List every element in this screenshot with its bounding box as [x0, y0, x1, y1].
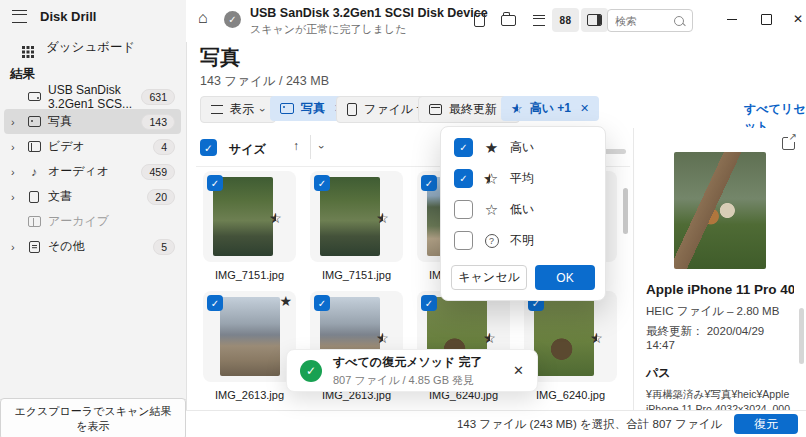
home-icon[interactable]: ⌂ — [198, 9, 208, 27]
rating-option[interactable]: 低い — [441, 194, 605, 225]
option-label: 低い — [510, 201, 534, 218]
thumbnail-frame — [310, 171, 403, 262]
option-checkbox[interactable] — [454, 169, 473, 188]
details-panel: Apple iPhone 11 Pro 4032... HEIC ファイル – … — [633, 128, 806, 410]
file-checkbox[interactable] — [421, 175, 437, 191]
search-box — [607, 9, 693, 32]
sidebar-item[interactable]: USB SanDisk 3.2Gen1 SCS... 631 — [4, 84, 181, 109]
option-star-icon — [483, 139, 500, 157]
category-icon — [26, 190, 42, 204]
thumbnail-frame — [203, 291, 296, 382]
sidebar-item-label: その他 — [48, 238, 85, 255]
view-options-button[interactable]: 表示 › — [200, 96, 276, 123]
sidebar-item[interactable]: › その他 5 — [4, 234, 181, 259]
grid-vertical-scrollbar[interactable] — [623, 188, 628, 234]
option-checkbox[interactable] — [454, 200, 473, 219]
chevron-down-icon: › — [257, 108, 269, 112]
disk-drill-window: Disk Drill ダッシュボード 結果 USB SanDisk 3.2Gen… — [0, 0, 806, 437]
folder-view-button[interactable] — [495, 8, 522, 32]
file-card[interactable]: IMG_7151.jpg — [303, 171, 410, 291]
sort-ascending-icon[interactable]: ↑ — [293, 139, 299, 153]
count-badge: 20 — [147, 189, 175, 205]
option-star-icon — [483, 201, 500, 219]
panel-vertical-scrollbar[interactable] — [799, 308, 804, 364]
rating-option[interactable]: 平均 — [441, 163, 605, 194]
show-in-explorer-button[interactable]: エクスプローラでスキャン結果を表示 — [0, 398, 186, 437]
filter-chip-rating[interactable]: 高い +1 ✕ — [501, 96, 599, 121]
document-view-button[interactable] — [466, 8, 493, 32]
sliders-icon — [211, 105, 223, 114]
detail-last-updated: 最終更新： 2020/04/29 14:47 — [646, 324, 794, 351]
sidebar-item-label: アーカイブ — [48, 213, 109, 230]
rating-star-icon[interactable] — [269, 209, 282, 227]
details-panel-toggle-button[interactable] — [581, 8, 608, 32]
remove-filter-icon[interactable]: ✕ — [580, 102, 589, 115]
header-bar: ⌂ ✓ USB SanDisk 3.2Gen1 SCSI Disk Device… — [186, 0, 806, 42]
sidebar-list: USB SanDisk 3.2Gen1 SCS... 631 › 写真 143 … — [4, 84, 181, 259]
option-checkbox[interactable] — [454, 231, 473, 250]
dropdown-buttons: キャンセル OK — [441, 256, 605, 290]
maximize-button[interactable] — [752, 6, 780, 32]
recover-button[interactable]: 復元 — [734, 414, 798, 434]
rating-option[interactable]: 高い — [441, 132, 605, 163]
count-badge: 143 — [141, 114, 175, 130]
search-input[interactable] — [608, 15, 674, 27]
category-icon — [26, 140, 42, 154]
rating-star-icon[interactable] — [279, 292, 292, 310]
rating-star-icon[interactable] — [590, 329, 603, 347]
sidebar-footer: エクスプローラでスキャン結果を表示 — [0, 399, 186, 437]
sort-column-label[interactable]: サイズ — [229, 141, 266, 158]
sort-chevron-down-icon[interactable]: › — [316, 145, 328, 149]
minimize-button[interactable] — [718, 6, 746, 32]
side-panel-icon — [587, 14, 602, 26]
cancel-button[interactable]: キャンセル — [451, 265, 527, 290]
count-badge: 4 — [153, 139, 175, 155]
ok-button[interactable]: OK — [535, 265, 595, 290]
device-title: USB SanDisk 3.2Gen1 SCSI Disk Device — [250, 6, 488, 20]
toast-subtitle: 807 ファイル / 4.85 GB 発見 — [333, 373, 483, 388]
category-icon — [26, 115, 42, 129]
file-name: IMG_7151.jpg — [303, 269, 410, 281]
file-checkbox[interactable] — [421, 295, 437, 311]
close-button[interactable] — [784, 6, 806, 32]
app-title: Disk Drill — [40, 9, 96, 24]
sidebar-item[interactable]: › 写真 143 — [4, 109, 181, 134]
path-label: パス — [646, 365, 794, 382]
option-label: 平均 — [510, 170, 534, 187]
sidebar-item[interactable]: › 文書 20 — [4, 184, 181, 209]
category-icon — [26, 215, 42, 229]
sidebar-item[interactable]: アーカイブ — [4, 209, 181, 234]
file-checkbox[interactable] — [207, 175, 223, 191]
file-checkbox[interactable] — [207, 295, 223, 311]
grid-icon: 88 — [559, 15, 571, 26]
rating-star-icon[interactable] — [376, 209, 389, 227]
option-checkbox[interactable] — [454, 138, 473, 157]
sidebar-item-label: オーディオ — [48, 163, 109, 180]
select-all-checkbox[interactable] — [200, 139, 217, 156]
option-label: 不明 — [510, 232, 534, 249]
file-thumbnail — [220, 297, 280, 376]
category-icon — [26, 90, 42, 104]
sidebar-item-dashboard[interactable]: ダッシュボード — [21, 39, 135, 56]
sidebar-item[interactable]: › オーディオ 459 — [4, 159, 181, 184]
rating-option[interactable]: 不明 — [441, 225, 605, 256]
page-title: 写真 — [200, 44, 240, 71]
file-checkbox[interactable] — [314, 295, 330, 311]
file-card[interactable]: IMG_7151.jpg — [196, 171, 303, 291]
open-external-icon[interactable] — [782, 137, 795, 150]
results-section-label: 結果 — [10, 66, 35, 83]
calendar-icon — [429, 104, 442, 115]
sidebar-item[interactable]: › ビデオ 4 — [4, 134, 181, 159]
rating-star-icon[interactable] — [376, 329, 389, 347]
category-icon — [26, 165, 42, 179]
device-status: スキャンが正常に完了しました — [250, 22, 407, 37]
file-checkbox[interactable] — [314, 175, 330, 191]
rating-star-icon[interactable] — [483, 329, 496, 347]
toast-close-icon[interactable]: ✕ — [513, 363, 524, 378]
category-icon — [26, 240, 42, 254]
document-icon — [474, 13, 485, 27]
grid-view-button[interactable]: 88 — [552, 8, 579, 32]
hamburger-menu-icon[interactable] — [12, 10, 27, 23]
list-view-button[interactable] — [525, 8, 552, 32]
chevron-right-icon: › — [11, 116, 20, 128]
